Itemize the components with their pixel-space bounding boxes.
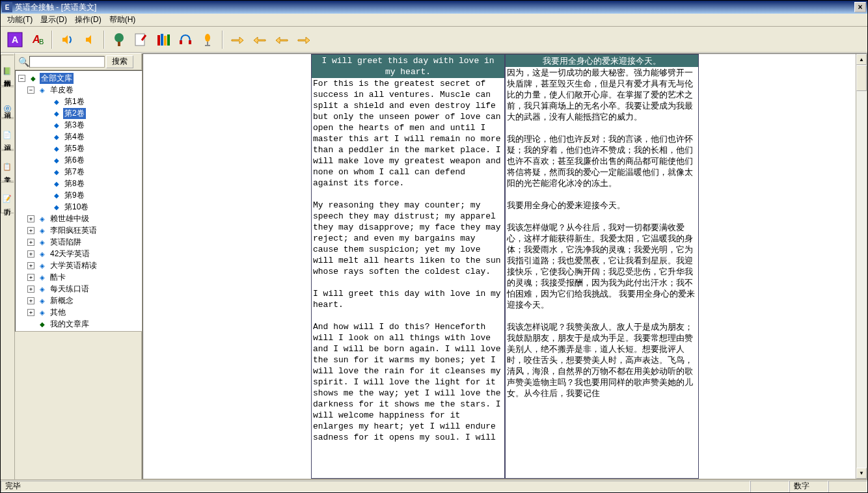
scroll-up-icon[interactable]: ▲ [856, 54, 867, 65]
library-icon: ◆ [31, 75, 36, 82]
svg-marker-4 [62, 35, 68, 44]
expand-icon[interactable]: + [27, 250, 34, 258]
vertical-scrollbar[interactable]: ▲ ▼ [856, 54, 867, 479]
tree-item-0-0[interactable]: ◆第1卷 [16, 96, 142, 107]
vtab-listen[interactable]: 📝听力 [1, 182, 14, 213]
tree-item-0-5[interactable]: ◆第6卷 [16, 154, 142, 166]
content-area: I will greet this day with love in my he… [142, 53, 867, 479]
tree-group-6[interactable]: +◈酷卡 [16, 271, 142, 283]
expand-icon[interactable]: + [27, 215, 34, 222]
tree-group-7[interactable]: +◈每天练口语 [16, 283, 142, 295]
expand-icon[interactable]: + [27, 286, 34, 293]
mylib-icon: ◆ [40, 321, 45, 328]
vtab-web[interactable]: 📗网络拾英 [1, 55, 14, 86]
tree-item-0-7[interactable]: ◆第8卷 [16, 178, 142, 189]
tree-item-0-2[interactable]: ◆第3卷 [16, 119, 142, 131]
expand-icon[interactable]: + [27, 309, 34, 316]
scroll-track[interactable] [856, 65, 867, 468]
expand-icon[interactable]: − [27, 87, 34, 94]
tree-label: 第1卷 [63, 96, 86, 107]
tree-root[interactable]: −◆全部文库 [16, 72, 142, 84]
menu-help[interactable]: 帮助(H) [105, 13, 140, 27]
menu-display[interactable]: 显示(D) [36, 13, 71, 27]
tree-item-0-3[interactable]: ◆第4卷 [16, 131, 142, 142]
scroll-down-icon[interactable]: ▼ [856, 468, 867, 479]
tool-books-icon[interactable] [153, 29, 174, 50]
tree-group-3[interactable]: +◈英语陷阱 [16, 236, 142, 248]
tool-tree-icon[interactable] [109, 29, 129, 50]
note-icon: 📝 [3, 194, 12, 202]
tool-mic-icon[interactable] [197, 29, 218, 50]
page-icon: 📋 [3, 162, 12, 170]
tree-label: 赖世雄中级 [49, 213, 90, 224]
tree-panel[interactable]: −◆全部文库−◈羊皮卷◆第1卷◆第2卷◆第3卷◆第4卷◆第5卷◆第6卷◆第7卷◆… [15, 70, 142, 332]
tool-hand-left-2-icon[interactable] [271, 29, 292, 50]
status-right: 数字 [789, 481, 828, 492]
doc-icon: 📄 [3, 130, 12, 139]
expand-icon[interactable]: + [27, 262, 34, 269]
scroll-thumb[interactable] [856, 65, 867, 91]
menubar: 功能(T) 显示(D) 操作(D) 帮助(H) [1, 14, 867, 27]
tool-speaker-icon[interactable] [79, 29, 100, 50]
item-icon: ◆ [54, 98, 59, 105]
search-button[interactable]: 搜索 [106, 55, 133, 68]
tree-label: 英语陷阱 [49, 237, 83, 248]
tool-hand-right-icon[interactable] [227, 29, 248, 50]
item-icon: ◆ [54, 192, 59, 199]
tree-label: 李阳疯狂英语 [49, 225, 98, 236]
book-icon: 📗 [3, 66, 12, 75]
tool-sound-icon[interactable] [57, 29, 77, 50]
menu-operate[interactable]: 操作(D) [71, 13, 105, 27]
tool-dictionary-icon[interactable]: A [5, 29, 25, 50]
tree-group-2[interactable]: +◈李阳疯狂英语 [16, 224, 142, 236]
tree-label: 新概念 [49, 295, 75, 306]
folder-icon: ◈ [40, 87, 45, 94]
tool-hand-left-1-icon[interactable] [249, 29, 270, 50]
statusbar: 完毕 数字 [1, 479, 867, 492]
close-button[interactable]: × [854, 2, 866, 12]
tree-group-0[interactable]: −◈羊皮卷 [16, 84, 142, 96]
expand-icon[interactable]: + [27, 239, 34, 246]
tool-headphones-icon[interactable] [175, 29, 196, 50]
tree-label: 第2卷 [63, 108, 86, 119]
svg-rect-11 [161, 34, 163, 46]
tree-item-0-6[interactable]: ◆第7卷 [16, 166, 142, 178]
search-input[interactable] [29, 56, 105, 68]
tree-mylib[interactable]: ◆我的文章库 [16, 318, 142, 330]
tree-group-4[interactable]: +◈42天学英语 [16, 248, 142, 260]
expand-icon[interactable]: + [27, 274, 34, 281]
status-cell-1 [750, 481, 789, 492]
vtab-essay[interactable]: 📋美文 [1, 150, 14, 181]
expand-icon[interactable]: − [18, 75, 25, 82]
chinese-body: 因为，这是一切成功的最大秘密。强力能够劈开一块盾牌，甚至毁灭生命，但是只有爱才具… [506, 67, 698, 399]
status-cell-3 [828, 481, 867, 492]
expand-icon[interactable]: + [27, 297, 34, 304]
tool-font-icon[interactable]: AB [27, 29, 47, 50]
tree-label: 42天学英语 [49, 248, 91, 260]
tree-item-0-1[interactable]: ◆第2卷 [16, 107, 142, 119]
tree-group-9[interactable]: +◈其他 [16, 306, 142, 318]
tool-hand-right-2-icon[interactable] [293, 29, 314, 50]
tool-handpen-icon[interactable] [131, 29, 152, 50]
tree-label: 其他 [49, 307, 67, 318]
svg-rect-15 [189, 40, 191, 44]
tree-label: 羊皮卷 [49, 85, 75, 96]
tree-item-0-9[interactable]: ◆第10卷 [16, 201, 142, 213]
tree-item-0-8[interactable]: ◆第9卷 [16, 189, 142, 201]
searchbar: 🔍 搜索 [15, 53, 141, 70]
expand-icon[interactable]: + [27, 227, 34, 234]
folder-icon: ◈ [40, 250, 45, 258]
vtab-word2[interactable]: 📄单词 [1, 118, 14, 150]
svg-point-16 [205, 34, 210, 42]
menu-function[interactable]: 功能(T) [3, 13, 36, 27]
svg-marker-5 [86, 35, 91, 44]
tree-group-8[interactable]: +◈新概念 [16, 295, 142, 306]
tree-label: 第8卷 [63, 178, 86, 189]
vtab-word1[interactable]: ⓔ单词 [1, 87, 14, 118]
tree-group-5[interactable]: +◈大学英语精读 [16, 260, 142, 271]
item-icon: ◆ [54, 204, 59, 211]
tree-group-1[interactable]: +◈赖世雄中级 [16, 213, 142, 224]
tree-item-0-4[interactable]: ◆第5卷 [16, 142, 142, 154]
tree-label: 第3卷 [63, 120, 86, 131]
globe-icon: ⓔ [3, 99, 12, 106]
